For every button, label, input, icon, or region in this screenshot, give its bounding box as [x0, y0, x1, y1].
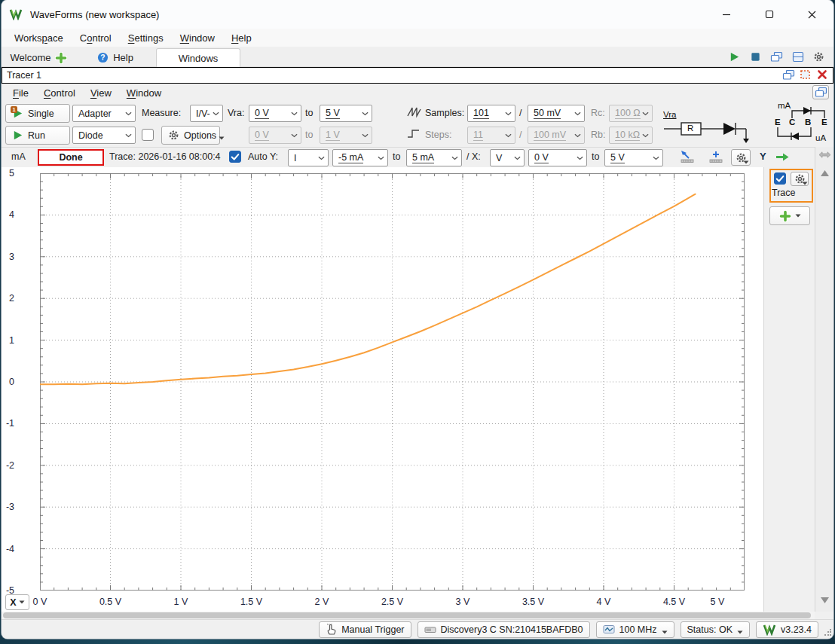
- options-button[interactable]: Options: [161, 126, 220, 145]
- settings-button[interactable]: [810, 49, 827, 65]
- close-button[interactable]: [791, 0, 833, 29]
- channel-panel: Trace: [763, 167, 815, 612]
- status-button-label: Manual Trigger: [341, 624, 404, 635]
- cursor-tool-icon[interactable]: [680, 151, 695, 163]
- caret-down-icon: [19, 600, 25, 604]
- run-button[interactable]: Run: [5, 126, 70, 145]
- menu-item-help[interactable]: Help: [225, 31, 258, 45]
- tile-icon: [792, 51, 804, 63]
- adapter-select[interactable]: Adapter: [72, 105, 136, 122]
- status-button-label: v3.23.4: [781, 624, 812, 635]
- add-channel-button[interactable]: [769, 206, 810, 225]
- circuit-resistor-label: R: [687, 124, 693, 133]
- y-tick-label: 2: [2, 292, 14, 304]
- minimize-button[interactable]: [705, 0, 748, 29]
- y-unit-label: mA: [11, 151, 26, 162]
- device-checkbox[interactable]: [142, 129, 154, 141]
- x-tick-label: 0.5 V: [99, 597, 121, 607]
- y-tick-label: 3: [2, 251, 14, 263]
- menu-item-settings[interactable]: Settings: [121, 31, 170, 45]
- tab-help[interactable]: ? Help: [77, 48, 154, 66]
- status-ok-button[interactable]: Status: OK: [681, 621, 750, 638]
- x-to-select[interactable]: 5 V: [604, 149, 663, 166]
- x-from-select[interactable]: 0 V: [528, 149, 587, 166]
- menu-item-view[interactable]: View: [84, 86, 118, 100]
- close-icon: [807, 10, 817, 20]
- vra-from-select[interactable]: 0 V: [249, 105, 301, 122]
- rb-label: Rb:: [591, 130, 605, 140]
- sample-step-select[interactable]: 50 mV: [528, 105, 585, 122]
- menu-item-window[interactable]: Window: [173, 31, 222, 45]
- y-tick-label: 5: [2, 167, 14, 179]
- trace-visible-checkbox[interactable]: [229, 151, 241, 163]
- meter-ma-label: mA: [778, 101, 791, 110]
- pin-e1-label: E: [775, 118, 781, 127]
- menu-item-control[interactable]: Control: [73, 31, 118, 45]
- tracer-windows-button[interactable]: [812, 85, 829, 99]
- y-to-value: 5 mA: [412, 152, 434, 163]
- manual-trigger-button[interactable]: Manual Trigger: [319, 621, 411, 638]
- frequency-button[interactable]: 100 MHz: [596, 621, 674, 638]
- x-channel-select[interactable]: V: [490, 149, 525, 166]
- maximize-button[interactable]: [748, 0, 791, 29]
- horizontal-resize-icon[interactable]: [818, 150, 831, 160]
- add-cursor-icon[interactable]: [708, 151, 723, 163]
- scroll-down-icon[interactable]: [820, 597, 830, 604]
- y-tick-label: 4: [2, 209, 14, 221]
- y-to-select[interactable]: 5 mA: [406, 149, 462, 166]
- tab-windows[interactable]: Windows: [156, 48, 240, 69]
- chevron-down-icon: [213, 111, 219, 116]
- tracer-float-icon[interactable]: [782, 69, 794, 81]
- menu-item-file[interactable]: File: [6, 86, 35, 100]
- cascade-windows-button[interactable]: [768, 49, 785, 65]
- meter-ua-label: uA: [815, 133, 826, 142]
- y-from-select[interactable]: -5 mA: [332, 149, 388, 166]
- vb-to-value: 1 V: [326, 130, 340, 141]
- run-label: Run: [28, 130, 45, 141]
- plot-settings-button[interactable]: [731, 149, 751, 166]
- x-tick-label: 4.5 V: [663, 597, 685, 607]
- tracer-window-titlebar[interactable]: Tracer 1: [2, 67, 833, 84]
- chevron-down-icon: [653, 156, 659, 160]
- device-select[interactable]: Diode: [72, 127, 136, 144]
- trace-settings-button[interactable]: [791, 172, 809, 186]
- chevron-down-icon: [125, 111, 132, 116]
- acquisition-state: Done: [38, 149, 104, 166]
- menu-item-workspace[interactable]: Workspace: [8, 31, 70, 45]
- rc-value: 100 Ω: [615, 108, 641, 119]
- measure-select[interactable]: I/V-: [190, 105, 223, 122]
- minimize-icon: [722, 10, 731, 19]
- tile-windows-button[interactable]: [789, 49, 806, 65]
- device-button[interactable]: Discovery3 C SN:210415BAFDB0: [418, 621, 590, 638]
- menu-item-window[interactable]: Window: [120, 86, 168, 100]
- tracer-close-icon[interactable]: [817, 69, 828, 81]
- horizontal-scrollbar[interactable]: [2, 612, 815, 619]
- trace-enable-checkbox[interactable]: [774, 172, 786, 185]
- version-button[interactable]: v3.23.4: [756, 621, 818, 638]
- stop-all-button[interactable]: [747, 49, 764, 65]
- vra-to-select[interactable]: 5 V: [320, 105, 372, 122]
- chevron-down-icon: [642, 111, 649, 116]
- y-tick-label: 0: [2, 376, 14, 388]
- x-to-value: 5 V: [610, 152, 625, 163]
- tracer-maximize-icon[interactable]: [800, 69, 812, 81]
- resize-grip[interactable]: [824, 629, 831, 636]
- caret-down-icon: [743, 160, 749, 164]
- green-arrow-icon[interactable]: [775, 152, 790, 162]
- tab-welcome[interactable]: Welcome: [6, 48, 71, 66]
- plot-area[interactable]: [40, 173, 745, 591]
- single-badge: 1: [11, 106, 17, 113]
- x-tick-label: 5 V: [711, 597, 725, 607]
- samples-select[interactable]: 101: [467, 105, 515, 122]
- scroll-up-icon[interactable]: [820, 169, 830, 177]
- menu-item-control[interactable]: Control: [37, 86, 82, 100]
- x-tick-label: 1.5 V: [240, 597, 262, 607]
- vra-to-value: 5 V: [326, 108, 340, 119]
- y-channel-select[interactable]: I: [288, 149, 329, 166]
- run-all-button[interactable]: [726, 49, 743, 65]
- x-tick-label: 2 V: [315, 597, 329, 607]
- single-button[interactable]: 1 Single: [5, 104, 70, 123]
- scrollbar-thumb[interactable]: [3, 612, 811, 618]
- device-value: Diode: [78, 130, 103, 141]
- x-axis-selector-button[interactable]: X: [5, 594, 29, 610]
